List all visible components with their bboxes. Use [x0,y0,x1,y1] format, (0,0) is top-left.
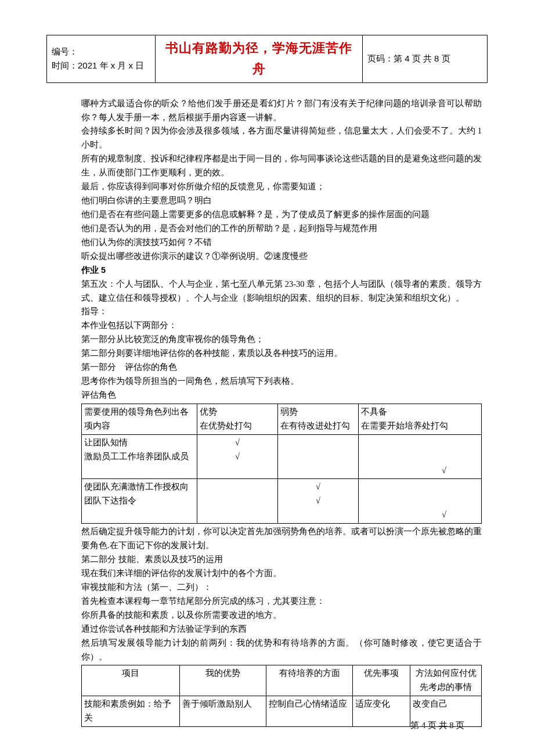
paragraph: 他们是否认为的用，是否会对他们的工作的所帮助？是，起到指导与规范作用 [81,222,482,236]
table-header-cell: 我的优势 [180,665,266,696]
bianhao-label: 编号： [52,46,78,56]
paragraph: 指导： [81,305,482,319]
paragraph: 哪种方式最适合你的听众？给他们发手册还是看幻灯片？部门有没有关于纪律问题的培训录… [81,97,482,125]
shijian-label: 时间： [52,60,78,70]
table-cell: √ [359,479,482,524]
paragraph: 他们是否在有些问题上需要更多的信息或解释？是，为了使成员了解更多的操作层面的问题 [81,208,482,222]
paragraph: 然后填写发展领导能力计划的前两列：我的优势和有待培养的方面。（你可随时修改，使它… [81,636,482,664]
table-header-cell: 弱势在有待改进处打勾 [278,404,359,434]
table-header-cell: 方法如何应付优先考虑的事情 [410,665,482,696]
heading-zy5: 作业 5 [81,264,482,278]
checkmark-icon: √ [361,508,446,522]
paragraph: 思考你作为领导所担当的一同角色，然后填写下列表格。 [81,375,482,388]
paragraph: 听众提出哪些改进你演示的建议？①举例说明。②速度慢些 [81,250,482,264]
table-cell: 技能和素质例如：给予关 [82,696,180,727]
paragraph: 他们明白你讲的主要意思吗？明白 [81,194,482,208]
paragraph: 评估角色 [81,388,482,402]
checkmark-icon: √ [280,480,356,494]
paragraph: 他们认为你的演技技巧如何？不错 [81,236,482,250]
checkmark-icon: √ [280,494,356,508]
header-left-cell: 编号： 时间：2021 年 x 月 x 日 [47,35,156,83]
table-cell: 控制自己心情绪适应 [266,696,353,727]
header-motto: 书山有路勤为径，学海无涯苦作舟 [165,41,352,76]
table-cell [278,434,359,479]
table-row: 使团队充满激情工作授权向团队下达指令 √ √ √ [82,479,482,524]
content-area: 哪种方式最适合你的听众？给他们发手册还是看幻灯片？部门有没有关于纪律问题的培训录… [46,97,488,728]
paragraph: 第二部分则要详细地评估你的各种技能，素质以及各种技巧的运用。 [81,347,482,361]
table-cell: 善于倾听激励别人 [180,696,266,727]
cell-text: 在需要开始培养处打勾 [361,419,479,433]
paragraph: 会持续多长时间？因为你会涉及很多领域，各方面尽量讲得简短些，信息量太大，人们会受… [81,124,482,152]
table-cell: √ [359,434,482,479]
cell-text: 在优势处打勾 [200,419,275,433]
table-cell: √ √ [278,479,359,524]
shijian-value: 2021 年 x 月 x 日 [78,60,144,70]
document-page: 编号： 时间：2021 年 x 月 x 日 书山有路勤为径，学海无涯苦作舟 页码… [0,0,534,756]
table-header-cell: 有待培养的方面 [266,665,353,696]
paragraph: 现在我们来详细的评估你的发展计划中的各个方面。 [81,567,482,581]
cell-text: 需要使用的领导角色列出各项内容 [84,407,189,430]
table-row: 让团队知情 激励员工工作培养团队成员 √ √ √ [82,434,482,479]
cell-text: 优势 [200,405,275,419]
table-cell: 让团队知情 激励员工工作培养团队成员 [82,434,197,479]
header-center-cell: 书山有路勤为径，学海无涯苦作舟 [156,35,363,83]
table-header-cell: 需要使用的领导角色列出各项内容 [82,404,197,434]
table-row: 项目 我的优势 有待培养的方面 优先事项 方法如何应付优先考虑的事情 [82,665,482,696]
table-cell: 适应变化 [353,696,410,727]
paragraph: 审视技能和方法（第一、二列）： [81,581,482,595]
table-cell: 使团队充满激情工作授权向团队下达指令 [82,479,197,524]
table-header-cell: 项目 [82,665,180,696]
table-row: 需要使用的领导角色列出各项内容 优势在优势处打勾 弱势在有待改进处打勾 不具备在… [82,404,482,434]
page-footer: 第 4 页 共 8 页 [410,719,464,733]
paragraph: 首先检查本课程每一章节结尾部分所完成的练习，尤其要注意： [81,595,482,609]
paragraph: 第二部分 技能、素质以及技巧的运用 [81,553,482,567]
cell-text: 弱势 [280,405,356,419]
table-cell [197,479,278,524]
cell-text: 让团队知情 [84,436,194,450]
development-plan-table: 项目 我的优势 有待培养的方面 优先事项 方法如何应付优先考虑的事情 技能和素质… [81,665,482,727]
paragraph: 本作业包括以下两部分： [81,319,482,333]
cell-text: 不具备 [361,405,479,419]
table-header-cell: 不具备在需要开始培养处打勾 [359,404,482,434]
paragraph: 第一部分从比较宽泛的角度审视你的领导角色； [81,333,482,347]
paragraph: 第一部分 评估你的角色 [81,361,482,375]
paragraph: 然后确定提升领导能力的计划，你可以决定首先加强弱势角色的培养。或者可以扮演一个原… [81,525,482,553]
table-header-cell: 优势在优势处打勾 [197,404,278,434]
checkmark-icon: √ [361,464,446,478]
yema-value: 第 4 页 共 8 页 [394,53,450,63]
header-table: 编号： 时间：2021 年 x 月 x 日 书山有路勤为径，学海无涯苦作舟 页码… [46,35,488,83]
paragraph: 所有的规章制度、投诉和纪律程序都是出于同一目的，你与同事谈论这些话题的目的是避免… [81,152,482,180]
yema-label: 页码： [367,53,394,63]
table-header-cell: 优先事项 [353,665,410,696]
header-right-cell: 页码：第 4 页 共 8 页 [363,35,488,83]
cell-text: 激励员工工作培养团队成员 [84,450,194,464]
paragraph: 最后，你应该得到同事对你所做介绍的反馈意见，你需要知道； [81,180,482,194]
cell-text: 使团队充满激情工作授权向团队下达指令 [84,482,189,505]
checkmark-icon: √ [200,450,275,464]
paragraph: 第五次：个人与团队、个人与企业，第七至八单元第 23-30 章，包括个人与团队（… [81,278,482,305]
paragraph: 你所具备的技能和素质，以及你所需要改进的地方。 [81,609,482,622]
role-evaluation-table: 需要使用的领导角色列出各项内容 优势在优势处打勾 弱势在有待改进处打勾 不具备在… [81,404,482,524]
cell-text: 在有待改进处打勾 [280,419,356,433]
checkmark-icon: √ [200,436,275,450]
table-cell: √ √ [197,434,278,479]
paragraph: 通过你尝试各种技能和方法验证学到的东西 [81,622,482,636]
